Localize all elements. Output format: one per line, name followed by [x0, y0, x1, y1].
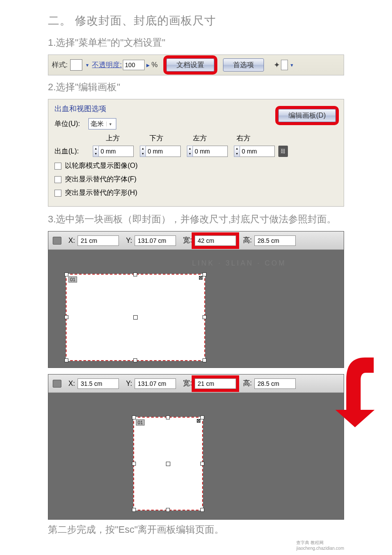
section-heading: 二。 修改封面、封底的画板尺寸	[48, 13, 344, 28]
footer-url: jiaocheng.chazidian.com	[296, 546, 344, 551]
artboard-number: 01	[68, 276, 77, 283]
col-top: 上方	[106, 134, 120, 143]
col-right: 右方	[237, 134, 250, 143]
checkbox-icon	[54, 163, 61, 170]
red-curved-arrow-icon	[335, 349, 375, 429]
opacity-input[interactable]	[123, 60, 145, 70]
y-label: Y:	[126, 237, 132, 245]
bleed-row: 出血(L): ▴▾ ▴▾ ▴▾ ▴▾ ⛓	[54, 146, 338, 157]
chevron-down-icon: ▾	[106, 122, 114, 126]
step-1-text: 1.选择"菜单栏"的"文档设置"	[48, 36, 344, 49]
artboard-rect[interactable]: 01 ⊠	[133, 417, 203, 511]
options-toolbar: 样式: ▼ 不透明度: ▶ % 文档设置 首选项 ✦ ▼	[48, 54, 344, 75]
edit-artboards-button[interactable]: 编辑画板(D)	[278, 109, 336, 122]
toolbar-end-swatch[interactable]	[281, 60, 288, 70]
artboard-editor-a: X: Y: 宽: 高: LINK · 3LIAN · COM 01 ⊠	[48, 231, 344, 368]
y-input[interactable]	[135, 378, 176, 389]
h-label: 高:	[243, 379, 252, 388]
bleed-column-headers: 上方 下方 左方 右方	[106, 134, 338, 143]
bleed-left-input[interactable]	[193, 146, 228, 157]
checkbox-label: 以轮廓模式显示图像(O)	[65, 161, 138, 170]
checkbox-icon	[54, 190, 61, 197]
step-done-text: 第二步完成，按"Esc"离开画板编辑页面。	[48, 523, 344, 536]
width-input[interactable]	[195, 378, 236, 389]
x-label: X:	[68, 380, 75, 388]
style-dropdown-icon[interactable]: ▼	[83, 63, 91, 68]
checkbox-highlight-fonts[interactable]: 突出显示替代的字体(F)	[54, 175, 338, 184]
unit-combo[interactable]: 毫米 ▾	[88, 118, 116, 129]
height-input[interactable]	[254, 235, 296, 246]
opacity-stepper-icon[interactable]: ▶	[145, 63, 152, 68]
h-label: 高:	[243, 236, 252, 245]
preferences-button[interactable]: 首选项	[223, 58, 264, 72]
bleed-bottom-input[interactable]	[146, 146, 181, 157]
bleed-label: 出血(L):	[54, 147, 93, 156]
artboard-editor-b: X: Y: 宽: 高: 01 ⊠	[48, 374, 344, 520]
footer-watermark: 查字典 教程网 jiaocheng.chazidian.com	[296, 540, 344, 551]
style-label: 样式:	[52, 61, 68, 70]
step-2-text: 2.选择"编辑画板"	[48, 81, 344, 94]
col-left: 左方	[193, 134, 207, 143]
reference-point-icon[interactable]	[53, 380, 61, 388]
checkbox-label: 突出显示替代的字体(F)	[65, 175, 136, 184]
link-bleed-icon[interactable]: ⛓	[278, 146, 288, 157]
unit-label: 单位(U):	[54, 119, 88, 129]
editor-canvas-a[interactable]: LINK · 3LIAN · COM 01 ⊠	[48, 250, 344, 368]
bleed-top-input[interactable]	[99, 146, 134, 157]
document-setup-button[interactable]: 文档设置	[166, 58, 214, 72]
editor-toolbar-b: X: Y: 宽: 高:	[48, 375, 344, 393]
w-label: 宽:	[183, 379, 192, 388]
footer-brand: 查字典 教程网	[296, 540, 344, 546]
height-input[interactable]	[254, 378, 296, 389]
style-swatch[interactable]	[70, 59, 82, 71]
width-input[interactable]	[195, 235, 236, 246]
artboard-rect[interactable]: 01 ⊠	[66, 274, 205, 361]
step-3-text: 3.选中第一块画板（即封面），并修改尺寸,封底尺寸做法参照封面。	[48, 213, 344, 226]
bleed-right-input[interactable]	[240, 146, 275, 157]
toolbar-end-dropdown-icon[interactable]: ▼	[288, 63, 296, 68]
x-label: X:	[68, 237, 75, 245]
opacity-label[interactable]: 不透明度:	[92, 61, 122, 70]
reference-point-icon[interactable]	[53, 237, 61, 245]
w-label: 宽:	[183, 236, 192, 245]
editor-toolbar-a: X: Y: 宽: 高:	[48, 232, 344, 250]
unit-value: 毫米	[91, 120, 104, 128]
checkbox-label: 突出显示替代的字形(H)	[65, 188, 137, 197]
checkbox-outline-mode[interactable]: 以轮廓模式显示图像(O)	[54, 161, 338, 170]
y-input[interactable]	[135, 235, 176, 246]
panel-legend: 出血和视图选项	[54, 105, 106, 113]
document-setup-panel: 出血和视图选项 编辑画板(D) 单位(U): 毫米 ▾ 上方 下方 左方 右方 …	[48, 99, 344, 207]
x-input[interactable]	[78, 235, 119, 246]
y-label: Y:	[126, 380, 132, 388]
x-input[interactable]	[78, 378, 119, 389]
magic-wand-icon[interactable]: ✦	[274, 60, 280, 70]
percent-label: %	[152, 61, 158, 69]
editor-canvas-b[interactable]: 01 ⊠	[48, 393, 344, 519]
checkbox-icon	[54, 176, 61, 183]
col-bottom: 下方	[149, 134, 163, 143]
artboard-number: 01	[136, 419, 145, 426]
checkbox-highlight-glyphs[interactable]: 突出显示替代的字形(H)	[54, 188, 338, 197]
